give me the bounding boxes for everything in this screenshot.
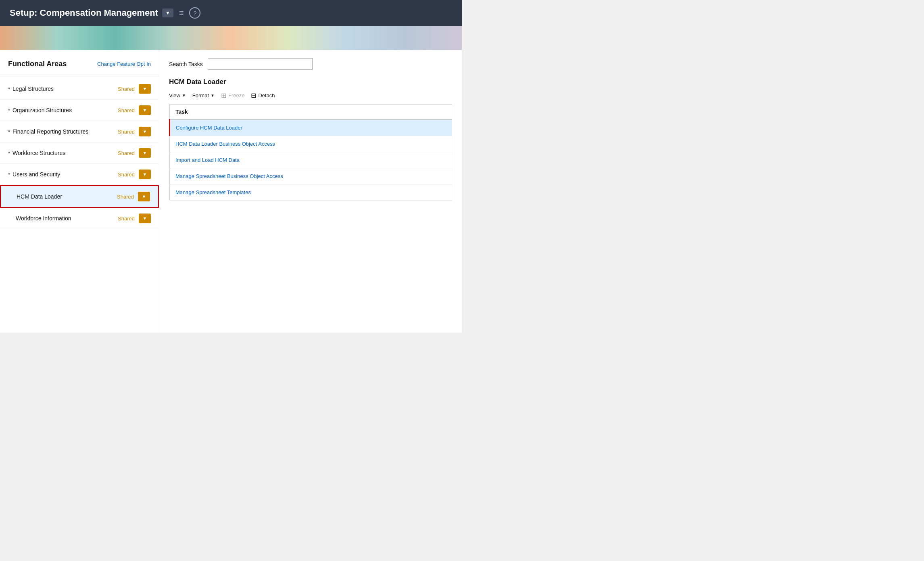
freeze-icon: ⊞ [221, 92, 226, 99]
search-tasks-row: Search Tasks [169, 58, 452, 70]
fa-item-left: * Financial Reporting Structures [8, 128, 88, 135]
fa-item-right: Shared ▼ [118, 105, 151, 115]
fa-dropdown-button[interactable]: ▼ [139, 214, 151, 223]
shared-label: Shared [118, 129, 135, 135]
fa-dropdown-button[interactable]: ▼ [139, 170, 151, 179]
format-button[interactable]: Format ▼ [192, 92, 215, 98]
functional-areas-list-wrapper: * Legal Structures Shared ▼ * Organizati… [0, 78, 159, 229]
header-divider [0, 75, 159, 75]
fa-item-name: Financial Reporting Structures [13, 128, 88, 135]
shared-label: Shared [118, 107, 135, 113]
fa-item-right: Shared ▼ [117, 192, 150, 201]
task-cell[interactable]: Import and Load HCM Data [170, 152, 452, 168]
fa-item-financial-reporting[interactable]: * Financial Reporting Structures Shared … [0, 121, 159, 142]
table-row[interactable]: Manage Spreadsheet Business Object Acces… [170, 168, 452, 184]
fa-item-left: * Workforce Structures [8, 150, 65, 156]
task-cell[interactable]: Manage Spreadsheet Templates [170, 184, 452, 201]
freeze-button[interactable]: ⊞ Freeze [221, 92, 244, 99]
fa-item-organization-structures[interactable]: * Organization Structures Shared ▼ [0, 100, 159, 121]
task-cell[interactable]: HCM Data Loader Business Object Access [170, 136, 452, 152]
shared-label: Shared [118, 86, 135, 92]
fa-dropdown-button[interactable]: ▼ [138, 192, 150, 201]
task-cell[interactable]: Configure HCM Data Loader [170, 119, 452, 136]
shared-label: Shared [118, 150, 135, 156]
table-row[interactable]: Configure HCM Data Loader [170, 119, 452, 136]
task-table: Task Configure HCM Data LoaderHCM Data L… [169, 104, 452, 201]
format-chevron-icon: ▼ [211, 93, 215, 98]
app-header: Setup: Compensation Management ▼ ≡ ? [0, 0, 462, 26]
functional-areas-list: * Legal Structures Shared ▼ * Organizati… [0, 78, 159, 229]
task-cell[interactable]: Manage Spreadsheet Business Object Acces… [170, 168, 452, 184]
header-title: Setup: Compensation Management ▼ [10, 8, 173, 18]
format-label: Format [192, 92, 209, 98]
required-star: * [8, 150, 10, 156]
required-star: * [8, 129, 10, 135]
fa-item-left: * Users and Security [8, 171, 60, 178]
task-column-header: Task [170, 105, 452, 120]
left-panel-header: Functional Areas Change Feature Opt In [0, 60, 159, 75]
toolbar: View ▼ Format ▼ ⊞ Freeze ⊟ Detach [169, 92, 452, 99]
settings-icon[interactable]: ≡ [179, 8, 184, 18]
banner-image [0, 26, 462, 50]
shared-label: Shared [118, 172, 135, 178]
view-button[interactable]: View ▼ [169, 92, 186, 98]
fa-dropdown-button[interactable]: ▼ [139, 148, 151, 158]
fa-item-left: HCM Data Loader [9, 193, 62, 200]
fa-item-left: Workforce Information [8, 215, 71, 222]
shared-label: Shared [117, 194, 134, 200]
fa-item-name: Workforce Structures [13, 150, 65, 156]
fa-item-right: Shared ▼ [118, 127, 151, 136]
left-panel: Functional Areas Change Feature Opt In *… [0, 50, 159, 333]
fa-item-right: Shared ▼ [118, 84, 151, 94]
fa-item-right: Shared ▼ [118, 170, 151, 179]
fa-item-name: Workforce Information [16, 215, 71, 222]
shared-label: Shared [118, 216, 135, 222]
table-row[interactable]: HCM Data Loader Business Object Access [170, 136, 452, 152]
fa-item-name: HCM Data Loader [17, 193, 62, 200]
fa-item-workforce-structures[interactable]: * Workforce Structures Shared ▼ [0, 142, 159, 164]
fa-item-users-and-security[interactable]: * Users and Security Shared ▼ [0, 164, 159, 185]
fa-item-left: * Legal Structures [8, 86, 54, 92]
fa-item-name: Users and Security [13, 171, 60, 178]
fa-item-hcm-data-loader[interactable]: HCM Data Loader Shared ▼ [0, 185, 159, 208]
fa-item-right: Shared ▼ [118, 214, 151, 223]
search-tasks-label: Search Tasks [169, 61, 203, 67]
fa-item-left: * Organization Structures [8, 107, 72, 113]
fa-item-workforce-information[interactable]: Workforce Information Shared ▼ [0, 208, 159, 229]
fa-dropdown-button[interactable]: ▼ [139, 127, 151, 136]
section-title: HCM Data Loader [169, 78, 452, 86]
detach-icon: ⊟ [251, 92, 256, 99]
main-content: Functional Areas Change Feature Opt In *… [0, 50, 462, 333]
required-star: * [8, 86, 10, 92]
required-star: * [8, 107, 10, 113]
table-row[interactable]: Manage Spreadsheet Templates [170, 184, 452, 201]
functional-areas-title: Functional Areas [8, 60, 67, 68]
required-star: * [8, 172, 10, 178]
right-panel: Search Tasks HCM Data Loader View ▼ Form… [159, 50, 462, 333]
detach-label: Detach [258, 92, 275, 98]
fa-item-name: Organization Structures [13, 107, 72, 113]
header-dropdown-button[interactable]: ▼ [162, 8, 173, 17]
table-row[interactable]: Import and Load HCM Data [170, 152, 452, 168]
detach-button[interactable]: ⊟ Detach [251, 92, 275, 99]
fa-item-name: Legal Structures [13, 86, 54, 92]
fa-dropdown-button[interactable]: ▼ [139, 105, 151, 115]
search-tasks-input[interactable] [208, 58, 313, 70]
help-icon[interactable]: ? [189, 7, 200, 19]
view-label: View [169, 92, 180, 98]
fa-item-legal-structures[interactable]: * Legal Structures Shared ▼ [0, 78, 159, 100]
view-chevron-icon: ▼ [182, 93, 186, 98]
fa-dropdown-button[interactable]: ▼ [139, 84, 151, 94]
freeze-label: Freeze [228, 92, 244, 98]
change-feature-opt-in-link[interactable]: Change Feature Opt In [97, 61, 151, 67]
fa-item-right: Shared ▼ [118, 148, 151, 158]
